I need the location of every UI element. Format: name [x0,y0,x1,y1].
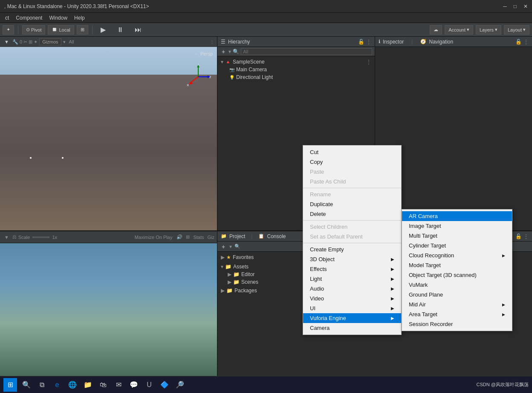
menu-component[interactable]: Component [12,14,46,22]
toolbar-sep-1 [18,25,18,35]
game-canvas[interactable] [0,243,217,376]
ctx-copy[interactable]: Copy [303,157,401,167]
hierarchy-item-light[interactable]: 💡 Directional Light [217,73,375,81]
menu-ct[interactable]: ct [2,14,12,22]
ctx-sub-cylinder-target-label: Cylinder Target [409,242,446,249]
ctx-light[interactable]: Light ▶ [303,274,401,284]
taskbar-taskview-icon[interactable]: ⧉ [36,379,48,391]
taskbar-mail-icon[interactable]: ✉ [113,379,124,391]
ctx-sub-ar-camera[interactable]: AR Camera [402,211,512,221]
taskbar-unity-icon[interactable]: U [143,379,155,391]
ctx-3d-object[interactable]: 3D Object ▶ [303,254,401,264]
arrow-editor-icon: ▶ [228,271,231,277]
ctx-paste-as-child-label: Paste As Child [310,178,346,185]
maximize-btn[interactable]: □ [514,3,517,9]
taskbar: ⊞ 🔍 ⧉ e 🌐 📁 🛍 ✉ 💬 U 🔷 🔎 CSDN @风吹落叶花飘荡 [0,376,532,393]
ctx-vuforia[interactable]: Vuforia Engine ▶ [303,313,401,323]
ctx-audio[interactable]: Audio ▶ [303,284,401,294]
menu-window[interactable]: Window [46,14,71,22]
console-title[interactable]: Console [267,233,286,239]
menu-help[interactable]: Help [71,14,88,22]
ctx-ui[interactable]: UI ▶ [303,303,401,313]
layout-btn[interactable]: Layout ▾ [504,25,529,35]
scene-canvas[interactable]: Y Z X ← Persp [0,47,217,230]
taskbar-store-icon[interactable]: 🛍 [97,379,109,391]
gizmos-label[interactable]: Gizmos [39,38,61,45]
ctx-delete[interactable]: Delete [303,209,401,219]
inspector-lock-btn[interactable]: 🔓 [515,39,522,45]
account-btn[interactable]: Account ▾ [445,25,473,35]
taskbar-explorer-icon[interactable]: 📁 [82,379,94,391]
project-menu-btn[interactable]: ⋮ [523,233,529,239]
ctx-sub-area-target[interactable]: Area Target ▶ [402,309,512,319]
scene-menu-btn[interactable]: ⋮ [366,59,371,65]
inspector-menu-btn[interactable]: ⋮ [523,39,529,45]
toolbar-tool-1[interactable]: ✦ [3,25,14,35]
ctx-sub-mid-air[interactable]: Mid Air ▶ [402,300,512,309]
play-btn[interactable]: ▶ [96,25,110,35]
scene-add-btn[interactable]: ▼ [3,39,11,44]
game-menu-btn[interactable]: ▼ [3,235,11,240]
layers-btn[interactable]: Layers ▾ [476,25,501,35]
arrow-scenes-icon: ▶ [228,279,231,285]
hierarchy-add-arrow[interactable]: ▾ [228,49,231,55]
grid-btn[interactable]: ⊞ [77,25,88,35]
collab-btn[interactable]: ☁ [430,25,442,35]
taskbar-search2-icon[interactable]: 🔎 [174,379,186,391]
ctx-cut[interactable]: Cut [303,147,401,157]
maximize-label[interactable]: Maximize On Play [135,235,173,240]
ctx-sub-cylinder-target[interactable]: Cylinder Target [402,241,512,250]
inspector-actions: 🔓 ⋮ [515,39,529,45]
hierarchy-item-camera[interactable]: 📷 Main Camera [217,66,375,73]
project-add-arrow[interactable]: ▾ [229,244,232,250]
ctx-sub-multi-target[interactable]: Multi Target [402,231,512,241]
start-button[interactable]: ⊞ [3,378,17,392]
project-add-btn[interactable]: + [220,243,227,250]
ctx-camera[interactable]: Camera [303,323,401,333]
navigation-title[interactable]: Navigation [429,39,453,45]
audio-icon[interactable]: 🔊 [176,234,182,240]
ctx-sub-session-recorder[interactable]: Session Recorder [402,319,512,329]
scale-icon: ⚖ [12,234,17,240]
pivot-btn[interactable]: ⊙ Pivot [22,25,45,35]
hierarchy-menu-btn[interactable]: ⋮ [366,39,371,45]
ctx-sub-ground-plane[interactable]: Ground Plane [402,290,512,300]
ctx-create-empty[interactable]: Create Empty [303,245,401,254]
ctx-sub-image-target[interactable]: Image Target [402,221,512,231]
taskbar-edge-icon[interactable]: e [51,379,63,391]
hierarchy-lock-btn[interactable]: 🔓 [358,39,364,45]
ctx-copy-label: Copy [310,159,323,165]
ctx-audio-arrow: ▶ [391,286,394,291]
inspector-title[interactable]: Inspector [383,39,404,45]
taskbar-vuforia-icon[interactable]: 🔷 [159,379,171,391]
project-lock-btn[interactable]: 🔓 [515,233,522,239]
arrow-pkg-icon: ▶ [221,288,225,294]
ctx-sub-cloud-recognition[interactable]: Cloud Recognition ▶ [402,250,512,260]
grid-icon[interactable]: ⊞ [186,234,190,240]
title-text: , Mac & Linux Standalone - Unity 2020.3.… [4,3,149,9]
step-btn[interactable]: ⏭ [130,25,146,35]
pause-btn[interactable]: ⏸ [113,25,128,35]
ctx-sub-model-target[interactable]: Model Target [402,260,512,270]
ctx-duplicate[interactable]: Duplicate [303,199,401,209]
scale-slider[interactable] [32,236,49,238]
ctx-sub-object-target[interactable]: Object Target (3D scanned) [402,270,512,280]
ctx-video[interactable]: Video ▶ [303,294,401,303]
close-btn[interactable]: ✕ [523,3,528,9]
hierarchy-search-input[interactable] [241,48,372,55]
project-title[interactable]: Project [229,233,245,239]
scenes-folder-icon: 📁 [233,279,240,285]
hierarchy-scene-item[interactable]: ▾ 🔺 SampleScene ⋮ [217,58,375,66]
ctx-sub-ground-plane-label: Ground Plane [409,291,443,298]
local-btn[interactable]: 🔲 Local [48,25,74,35]
taskbar-search-icon[interactable]: 🔍 [20,379,32,391]
taskbar-teams-icon[interactable]: 💬 [128,379,140,391]
hierarchy-add-btn[interactable]: + [220,48,227,55]
ctx-sub-model-target-label: Model Target [409,262,441,268]
ctx-sub-multi-target-label: Multi Target [409,233,437,239]
ctx-effects[interactable]: Effects ▶ [303,264,401,274]
taskbar-chrome-icon[interactable]: 🌐 [66,379,78,391]
ctx-sub-vumark[interactable]: VuMark [402,280,512,290]
stats-label[interactable]: Stats [193,235,204,240]
minimize-btn[interactable]: ─ [503,3,507,9]
